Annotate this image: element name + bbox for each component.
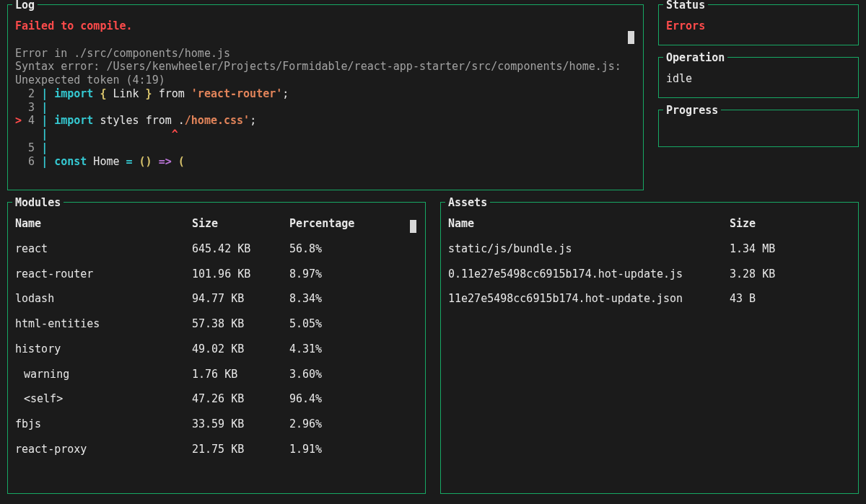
module-name: html-entities <box>15 317 192 331</box>
progress-panel: Progress <box>658 110 859 147</box>
module-name: <self> <box>15 392 192 406</box>
module-name: history <box>15 342 192 356</box>
module-pct: 5.05% <box>289 317 418 331</box>
module-name: react-router <box>15 268 192 281</box>
module-pct: 4.31% <box>289 342 418 356</box>
module-pct: 8.97% <box>289 268 418 281</box>
module-name: fbjs <box>15 417 192 431</box>
status-title: Status <box>663 0 708 12</box>
asset-name: 0.11e27e5498cc6915b174.hot-update.js <box>448 268 730 281</box>
module-pct: 8.34% <box>289 292 418 306</box>
assets-title: Assets <box>445 196 490 210</box>
assets-panel: Assets Name Size static/js/bundle.js1.34… <box>440 202 859 494</box>
log-panel: Log Failed to compile. Error in ./src/co… <box>7 4 644 190</box>
log-title: Log <box>12 0 38 12</box>
asset-name: static/js/bundle.js <box>448 242 730 256</box>
module-size: 49.02 KB <box>192 342 289 356</box>
table-row[interactable]: fbjs33.59 KB2.96% <box>15 417 418 431</box>
module-size: 57.38 KB <box>192 317 289 331</box>
modules-title: Modules <box>12 196 64 210</box>
module-size: 47.26 KB <box>192 392 289 406</box>
table-row[interactable]: history49.02 KB4.31% <box>15 342 418 356</box>
table-row[interactable]: 0.11e27e5498cc6915b174.hot-update.js3.28… <box>448 268 851 281</box>
asset-size: 43 B <box>730 292 851 306</box>
asset-size: 1.34 MB <box>730 242 851 256</box>
assets-header-name: Name <box>448 217 730 231</box>
module-pct: 2.96% <box>289 417 418 431</box>
modules-header-size: Size <box>192 217 289 231</box>
operation-panel: Operation idle <box>658 57 859 98</box>
table-row[interactable]: react645.42 KB56.8% <box>15 242 418 256</box>
module-name: lodash <box>15 292 192 306</box>
module-size: 645.42 KB <box>192 242 289 256</box>
progress-title: Progress <box>663 104 721 118</box>
assets-header-size: Size <box>730 217 851 231</box>
modules-header-name: Name <box>15 217 192 231</box>
module-pct: 96.4% <box>289 392 418 406</box>
module-name: warning <box>15 368 192 381</box>
table-row[interactable]: lodash94.77 KB8.34% <box>15 292 418 306</box>
operation-value: idle <box>666 72 851 86</box>
module-name: react <box>15 242 192 256</box>
module-size: 33.59 KB <box>192 417 289 431</box>
table-row[interactable]: html-entities57.38 KB5.05% <box>15 317 418 331</box>
operation-title: Operation <box>663 51 727 65</box>
table-row[interactable]: static/js/bundle.js1.34 MB <box>448 242 851 256</box>
table-row[interactable]: react-proxy21.75 KB1.91% <box>15 443 418 456</box>
module-pct: 56.8% <box>289 242 418 256</box>
log-body: Failed to compile. Error in ./src/compon… <box>15 19 636 168</box>
assets-rows: static/js/bundle.js1.34 MB0.11e27e5498cc… <box>448 242 851 306</box>
module-size: 94.77 KB <box>192 292 289 306</box>
table-row[interactable]: 11e27e5498cc6915b174.hot-update.json43 B <box>448 292 851 306</box>
modules-cursor <box>410 220 416 233</box>
status-value: Errors <box>666 19 851 33</box>
modules-panel: Modules Name Size Percentage react645.42… <box>7 202 426 494</box>
log-syntax-error: Syntax error: /Users/kenwheeler/Projects… <box>15 60 621 73</box>
assets-header: Name Size <box>448 217 851 231</box>
log-cursor <box>628 31 634 44</box>
module-size: 101.96 KB <box>192 268 289 281</box>
log-unexpected: Unexpected token (4:19) <box>15 74 165 87</box>
modules-header-pct: Percentage <box>289 217 418 231</box>
log-error-headline: Failed to compile. <box>15 19 133 32</box>
module-size: 1.76 KB <box>192 368 289 381</box>
module-size: 21.75 KB <box>192 443 289 456</box>
asset-size: 3.28 KB <box>730 268 851 281</box>
table-row[interactable]: <self>47.26 KB96.4% <box>15 392 418 406</box>
module-name: react-proxy <box>15 443 192 456</box>
table-row[interactable]: warning1.76 KB3.60% <box>15 368 418 381</box>
log-error-in: Error in ./src/components/home.js <box>15 47 230 60</box>
modules-rows: react645.42 KB56.8%react-router101.96 KB… <box>15 242 418 456</box>
module-pct: 1.91% <box>289 443 418 456</box>
modules-header: Name Size Percentage <box>15 217 418 231</box>
status-panel: Status Errors <box>658 4 859 45</box>
module-pct: 3.60% <box>289 368 418 381</box>
table-row[interactable]: react-router101.96 KB8.97% <box>15 268 418 281</box>
asset-name: 11e27e5498cc6915b174.hot-update.json <box>448 292 730 306</box>
